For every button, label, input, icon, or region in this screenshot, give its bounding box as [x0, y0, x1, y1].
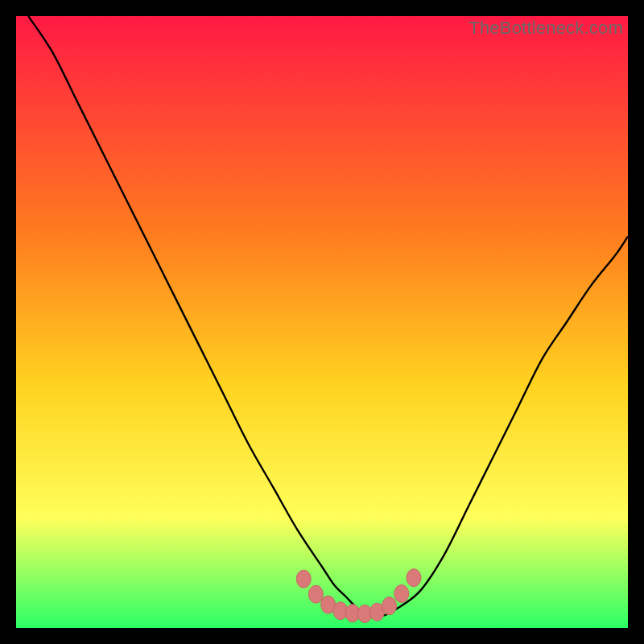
gradient-bg — [16, 16, 628, 628]
curve-marker — [407, 569, 421, 587]
curve-marker — [308, 585, 323, 603]
curve-marker — [394, 584, 409, 602]
watermark-label: TheBottleneck.com — [469, 18, 623, 39]
chart-frame: TheBottleneck.com — [16, 16, 628, 628]
bottleneck-chart — [16, 16, 628, 628]
curve-marker — [382, 597, 397, 615]
curve-marker — [296, 570, 311, 588]
